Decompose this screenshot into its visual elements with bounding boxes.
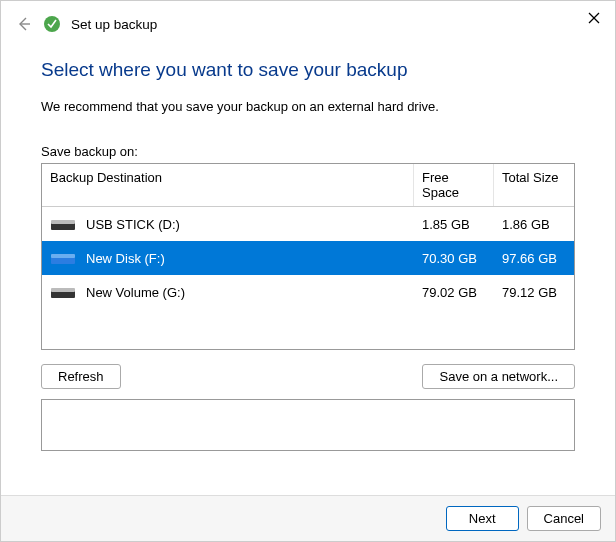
drive-icon [50,285,76,299]
back-arrow-icon [16,16,32,32]
setup-backup-label: Set up backup [71,17,157,32]
drive-free: 70.30 GB [414,245,494,272]
close-button[interactable] [583,7,605,29]
refresh-button[interactable]: Refresh [41,364,121,389]
svg-rect-9 [51,288,75,292]
page-title: Select where you want to save your backu… [41,59,575,81]
drive-table: Backup Destination Free Space Total Size… [41,163,575,350]
svg-rect-5 [51,220,75,224]
next-button[interactable]: Next [446,506,519,531]
drive-icon [50,251,76,265]
backup-shield-icon [43,15,61,33]
recommend-text: We recommend that you save your backup o… [41,99,575,114]
cancel-button[interactable]: Cancel [527,506,601,531]
drive-name: New Volume (G:) [86,285,185,300]
footer: Next Cancel [1,495,615,541]
drive-total: 1.86 GB [494,211,574,238]
drive-free: 1.85 GB [414,211,494,238]
info-panel [41,399,575,451]
drive-icon [50,217,76,231]
table-row[interactable]: USB STICK (D:)1.85 GB1.86 GB [42,207,574,241]
drive-free: 79.02 GB [414,279,494,306]
back-button[interactable] [15,15,33,33]
col-header-free[interactable]: Free Space [414,164,494,206]
drive-name: New Disk (F:) [86,251,165,266]
save-on-network-button[interactable]: Save on a network... [422,364,575,389]
svg-point-3 [44,16,60,32]
svg-rect-7 [51,254,75,258]
drive-total: 97.66 GB [494,245,574,272]
table-row[interactable]: New Volume (G:)79.02 GB79.12 GB [42,275,574,309]
close-icon [588,12,600,24]
drive-total: 79.12 GB [494,279,574,306]
col-header-destination[interactable]: Backup Destination [42,164,414,206]
table-header: Backup Destination Free Space Total Size [42,164,574,207]
col-header-total[interactable]: Total Size [494,164,574,206]
save-on-label: Save backup on: [41,144,575,159]
drive-name: USB STICK (D:) [86,217,180,232]
table-row[interactable]: New Disk (F:)70.30 GB97.66 GB [42,241,574,275]
